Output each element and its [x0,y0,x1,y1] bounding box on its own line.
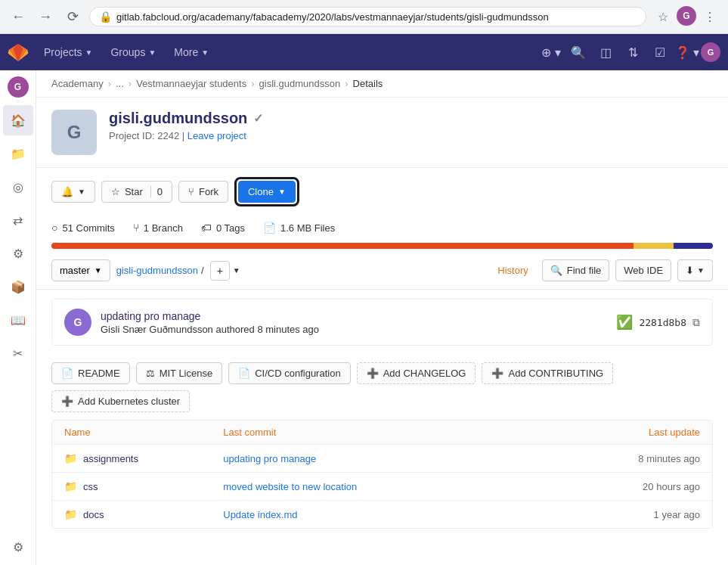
sidebar-item-wiki[interactable]: 📖 [3,305,33,335]
file-commit-docs: Update index.md [223,509,541,520]
action-bar: 🔔 ▼ ☆ Star 0 ⑂ Fork Clone ▼ [36,168,728,216]
new-file-button[interactable]: + [210,261,230,281]
download-chevron: ▼ [697,266,705,275]
forward-button[interactable]: → [35,6,56,27]
commit-info: G updating pro manage Gisli Snær Guðmund… [51,299,713,346]
leave-project-link[interactable]: Leave project [187,130,246,141]
web-ide-button[interactable]: Web IDE [615,259,671,281]
nav-todos-button[interactable]: ☑ [646,39,674,66]
nav-projects[interactable]: Projects ▼ [35,34,101,70]
sidebar-item-settings[interactable]: ⚙ [3,532,33,562]
verified-icon: ✓ [253,111,263,126]
gitlab-logo [8,42,29,63]
branch-path: gisli-gudmundsson / + ▼ [116,261,240,281]
lock-icon: 🔒 [99,11,112,23]
browser-avatar[interactable]: G [677,6,696,26]
folder-icon: 📁 [64,508,77,520]
sidebar-item-merge[interactable]: ⇄ [3,205,33,235]
address-bar[interactable]: 🔒 gitlab.fabcloud.org/academany/fabacade… [89,7,646,26]
breadcrumb-ellipsis[interactable]: ... [116,78,124,89]
branch-name: master [60,265,90,276]
browser-toolbar: ← → ⟳ 🔒 gitlab.fabcloud.org/academany/fa… [0,0,728,33]
nav-new-button[interactable]: ⊕ ▾ [537,39,565,66]
changelog-button[interactable]: ➕ Add CHANGELOG [357,362,476,384]
nav-snippets-button[interactable]: ◫ [592,39,619,66]
tags-stat[interactable]: 🏷 0 Tags [201,222,245,234]
bookmark-button[interactable]: ☆ [652,6,674,27]
reload-button[interactable]: ⟳ [62,6,83,27]
fork-button[interactable]: ⑂ Fork [178,181,228,203]
star-icon: ☆ [111,186,120,197]
file-name-docs[interactable]: 📁 docs [64,508,223,520]
star-button[interactable]: ☆ Star 0 [101,181,172,203]
commit-link-assignments[interactable]: updating pro manage [223,453,316,464]
contributing-button[interactable]: ➕ Add CONTRIBUTING [482,362,613,384]
star-count: 0 [150,186,163,197]
sidebar-item-repository[interactable]: 📁 [3,138,33,169]
plus-icon-k8s: ➕ [61,396,73,407]
file-table: Name Last commit Last update 📁 assignmen… [51,420,713,529]
col-commit: Last commit [223,427,541,438]
menu-button[interactable]: ⋮ [699,6,720,27]
k8s-button[interactable]: ➕ Add Kubernetes cluster [51,390,190,412]
back-button[interactable]: ← [8,6,29,27]
breadcrumb-vestmannaeyjar[interactable]: Vestmannaeyjar students [136,78,246,89]
sidebar-item-ci[interactable]: ⚙ [3,238,33,269]
branch-chevron: ▼ [94,266,102,275]
sidebar-item-snippets[interactable]: ✂ [3,338,33,368]
readme-button[interactable]: 📄 README [51,362,130,384]
nav-help-button[interactable]: ❓ ▾ [674,39,701,66]
nav-avatar[interactable]: G [701,42,720,62]
check-icon: ✅ [616,314,633,331]
download-button[interactable]: ⬇ ▼ [677,259,713,281]
sidebar-avatar[interactable]: G [8,76,29,98]
notifications-button[interactable]: 🔔 ▼ [51,181,95,203]
commits-stat[interactable]: ○ 51 Commits [51,222,115,234]
sidebar-item-home[interactable]: 🏠 [3,105,33,135]
clone-button[interactable]: Clone ▼ [238,181,296,203]
sidebar-item-issues[interactable]: ◎ [3,172,33,202]
cicd-button[interactable]: 📄 CI/CD configuration [228,362,350,384]
commit-link-docs[interactable]: Update index.md [223,509,297,520]
path-chevron: ▼ [233,266,240,275]
files-stat[interactable]: 📄 1.6 MB Files [263,222,335,234]
project-avatar: G [51,110,97,155]
commit-link-css[interactable]: moved website to new location [223,481,357,492]
history-button[interactable]: History [490,260,535,281]
progress-segment-yellow [634,243,674,249]
commit-author: Gisli Snær Guðmundsson authored 8 minute… [101,324,607,335]
nav-merge-requests-button[interactable]: ⇅ [619,39,646,66]
branches-stat[interactable]: ⑂ 1 Branch [133,222,183,234]
file-time-assignments: 8 minutes ago [541,453,700,464]
content-area: Academany › ... › Vestmannaeyjar student… [36,70,728,565]
file-name-css[interactable]: 📁 css [64,480,223,492]
find-file-button[interactable]: 🔍 Find file [542,259,610,281]
breadcrumb-current: Details [353,78,383,89]
license-button[interactable]: ⚖ MIT License [136,362,223,384]
download-icon: ⬇ [686,265,694,276]
copy-hash-button[interactable]: ⧉ [692,316,700,329]
branch-path-link[interactable]: gisli-gudmundsson [116,265,198,276]
commit-hash[interactable]: 2281d8b8 [639,317,686,328]
nav-search-button[interactable]: 🔍 [565,39,592,66]
notifications-chevron: ▼ [78,188,85,196]
breadcrumb-gisli[interactable]: gisli.gudmundsson [259,78,341,89]
table-row: 📁 docs Update index.md 1 year ago [52,501,712,528]
commit-time: authored 8 minutes ago [215,324,319,335]
clone-wrapper: Clone ▼ [234,177,299,206]
fork-icon: ⑂ [188,186,194,197]
file-name-assignments[interactable]: 📁 assignments [64,452,223,464]
branch-selector[interactable]: master ▼ [51,259,110,281]
plus-icon-changelog: ➕ [367,368,379,379]
sidebar-item-packages[interactable]: 📦 [3,272,33,302]
stats-bar: ○ 51 Commits ⑂ 1 Branch 🏷 0 Tags 📄 1.6 M… [36,216,728,240]
breadcrumb-academany[interactable]: Academany [51,78,104,89]
browser-actions: ☆ G ⋮ [652,6,720,27]
progress-segment-blue [674,243,714,249]
cicd-icon: 📄 [238,368,250,379]
nav-more[interactable]: More ▼ [165,34,218,70]
license-icon: ⚖ [146,368,155,379]
nav-groups[interactable]: Groups ▼ [101,34,165,70]
project-meta: Project ID: 2242 | Leave project [109,130,263,141]
branch-bar: master ▼ gisli-gudmundsson / + ▼ History… [36,252,728,290]
